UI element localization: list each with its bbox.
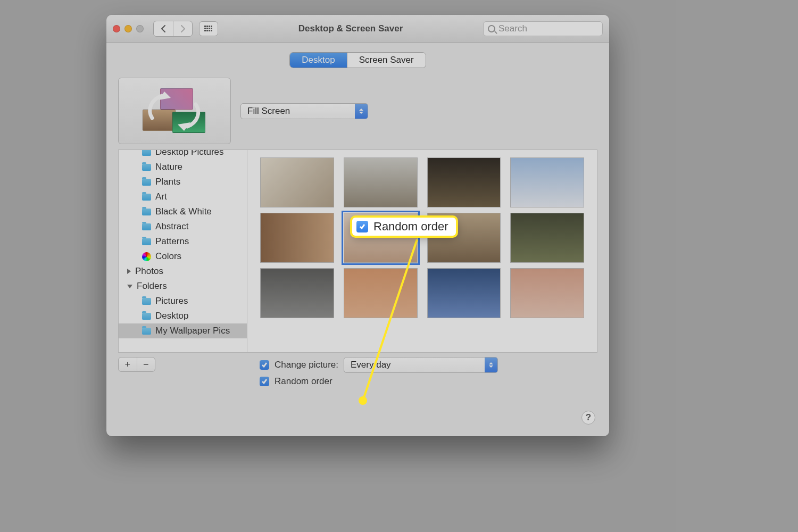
stepper-icon (355, 104, 368, 119)
folder-icon (142, 223, 151, 230)
minimize-window-button[interactable] (124, 25, 132, 32)
change-interval-select[interactable]: Every day (344, 357, 498, 373)
thumbnail[interactable] (510, 268, 584, 318)
sidebar-item-pictures[interactable]: Pictures (119, 294, 247, 309)
callout-random-order: Random order (352, 218, 456, 236)
random-order-label: Random order (275, 376, 332, 387)
tab-selector: Desktop Screen Saver (106, 52, 609, 68)
random-order-checkbox[interactable] (260, 377, 269, 386)
sidebar: Desktop Pictures Nature Plants Art Black… (119, 150, 247, 352)
sidebar-item-art[interactable]: Art (119, 189, 247, 204)
show-all-prefs-button[interactable] (199, 21, 218, 36)
stepper-icon (485, 358, 497, 372)
titlebar: Desktop & Screen Saver Search (106, 15, 609, 43)
folder-icon (142, 179, 151, 186)
tab-desktop[interactable]: Desktop (290, 53, 346, 68)
callout-checkbox (356, 221, 368, 232)
chevron-right-icon (127, 269, 131, 274)
thumbnail[interactable] (260, 213, 334, 263)
sidebar-item-black-white[interactable]: Black & White (119, 204, 247, 219)
thumbnail[interactable] (427, 157, 501, 207)
close-window-button[interactable] (113, 25, 120, 32)
tab-screensaver[interactable]: Screen Saver (347, 53, 426, 68)
sidebar-item-abstract[interactable]: Abstract (119, 219, 247, 234)
search-placeholder: Search (498, 23, 527, 34)
add-folder-button[interactable]: + (119, 358, 137, 371)
change-picture-label: Change picture: (275, 360, 338, 370)
thumbnail[interactable] (344, 268, 418, 318)
sidebar-item-desktop-folder[interactable]: Desktop (119, 309, 247, 323)
folder-icon (142, 209, 151, 215)
back-button[interactable] (154, 21, 173, 36)
nav-back-forward (153, 21, 193, 37)
sidebar-section-photos[interactable]: Photos (119, 264, 247, 279)
folder-icon (142, 238, 151, 245)
fill-mode-select[interactable]: Fill Screen (240, 103, 368, 119)
sidebar-item-desktop-pictures[interactable]: Desktop Pictures (119, 150, 247, 160)
source-browser: Desktop Pictures Nature Plants Art Black… (118, 149, 597, 353)
desktop-preview (118, 78, 231, 144)
search-icon (488, 25, 495, 32)
zoom-window-button[interactable] (136, 25, 144, 32)
help-button[interactable]: ? (581, 411, 595, 425)
change-interval-label: Every day (344, 360, 397, 370)
color-wheel-icon (142, 252, 151, 261)
grid-icon (204, 26, 213, 32)
sidebar-item-my-wallpaper-pics[interactable]: My Wallpaper Pics (119, 323, 247, 338)
folder-icon (142, 164, 151, 171)
add-remove-folder: + − (118, 357, 155, 372)
thumbnail[interactable] (510, 157, 584, 207)
sidebar-item-colors[interactable]: Colors (119, 249, 247, 264)
search-field[interactable]: Search (483, 21, 603, 36)
change-picture-checkbox[interactable] (260, 360, 269, 370)
folder-icon (142, 328, 151, 335)
folder-icon (142, 313, 151, 320)
thumbnail[interactable] (260, 268, 334, 318)
thumbnail[interactable] (260, 157, 334, 207)
thumbnail[interactable] (427, 268, 501, 318)
forward-button[interactable] (173, 21, 192, 36)
thumbnail-grid (247, 150, 597, 352)
window-title: Desktop & Screen Saver (218, 23, 483, 34)
sidebar-section-folders[interactable]: Folders (119, 279, 247, 294)
chevron-down-icon (127, 285, 132, 288)
thumbnail[interactable] (344, 157, 418, 207)
remove-folder-button[interactable]: − (137, 358, 155, 371)
traffic-lights (113, 25, 144, 32)
sidebar-item-plants[interactable]: Plants (119, 174, 247, 189)
folder-icon (142, 194, 151, 201)
sidebar-item-nature[interactable]: Nature (119, 160, 247, 174)
callout-label: Random order (373, 220, 448, 234)
folder-icon (142, 150, 151, 156)
fill-mode-label: Fill Screen (241, 106, 296, 117)
sidebar-item-patterns[interactable]: Patterns (119, 234, 247, 249)
cycle-icon (143, 88, 206, 134)
thumbnail[interactable] (510, 213, 584, 263)
folder-icon (142, 298, 151, 305)
